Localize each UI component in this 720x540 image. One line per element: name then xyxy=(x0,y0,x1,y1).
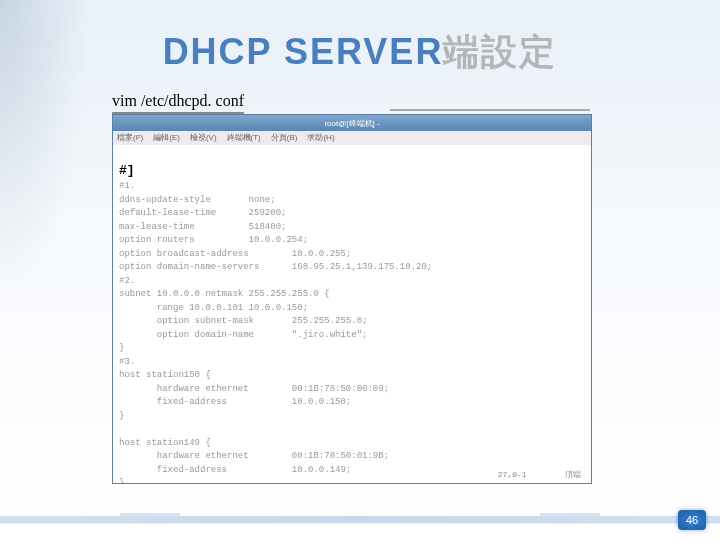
menu-help[interactable]: 求助(H) xyxy=(307,132,334,144)
conf-line: #1. xyxy=(119,181,135,191)
title-english: DHCP SERVER xyxy=(163,31,444,72)
conf-line: hardware ethernet 00:1B:78:50:01:9B; xyxy=(119,451,389,461)
terminal-body[interactable]: #] #1. ddns-update-style none; default-l… xyxy=(113,145,591,483)
menu-tab[interactable]: 分頁(B) xyxy=(271,132,298,144)
conf-line: host station150 { xyxy=(119,370,211,380)
conf-line: max-lease-time 518400; xyxy=(119,222,286,232)
title-chinese: 端設定 xyxy=(443,31,557,72)
terminal-title-text: root@[终端机] - xyxy=(324,118,379,129)
menu-view[interactable]: 檢視(V) xyxy=(190,132,217,144)
conf-line: #2. xyxy=(119,276,135,286)
terminal-titlebar: root@[终端机] - xyxy=(113,115,591,131)
conf-line: } xyxy=(119,343,124,353)
conf-line: host station149 { xyxy=(119,438,211,448)
conf-line: subnet 10.0.0.0 netmask 255.255.255.0 { xyxy=(119,289,330,299)
terminal-window: root@[终端机] - 檔案(F) 編輯(E) 檢視(V) 終端機(T) 分頁… xyxy=(112,114,592,484)
menu-edit[interactable]: 編輯(E) xyxy=(153,132,180,144)
conf-line: option broadcast-address 10.0.0.255; xyxy=(119,249,351,259)
conf-line: #3. xyxy=(119,357,135,367)
terminal-menubar: 檔案(F) 編輯(E) 檢視(V) 終端機(T) 分頁(B) 求助(H) xyxy=(113,131,591,145)
conf-line: } xyxy=(119,478,124,483)
conf-line: option routers 10.0.0.254; xyxy=(119,235,308,245)
conf-line: option subnet-mask 255.255.255.0; xyxy=(119,316,367,326)
footer-bar xyxy=(0,516,720,522)
conf-line: ddns-update-style none; xyxy=(119,195,276,205)
conf-line: default-lease-time 259200; xyxy=(119,208,286,218)
terminal-cursor: #] xyxy=(119,163,135,178)
menu-file[interactable]: 檔案(F) xyxy=(117,132,143,144)
conf-line: option domain-name ".jiro.white"; xyxy=(119,330,367,340)
conf-line: range 10.0.0.101 10.0.0.150; xyxy=(119,303,308,313)
vim-status-line: 27,0-1 頂端 xyxy=(498,469,581,481)
underline-decoration xyxy=(390,109,590,111)
conf-line: } xyxy=(119,411,124,421)
conf-line: fixed-address 10.0.0.150; xyxy=(119,397,351,407)
conf-line: fixed-address 10.0.0.149; xyxy=(119,465,351,475)
menu-terminal[interactable]: 終端機(T) xyxy=(227,132,261,144)
command-text: vim /etc/dhcpd. conf xyxy=(112,92,244,114)
conf-line: option domain-name-servers 168.95.25.1,1… xyxy=(119,262,432,272)
conf-line: hardware ethernet 00:1B:78:50:00:09; xyxy=(119,384,389,394)
slide-title: DHCP SERVER端設定 xyxy=(0,28,720,77)
page-number: 46 xyxy=(678,510,706,530)
